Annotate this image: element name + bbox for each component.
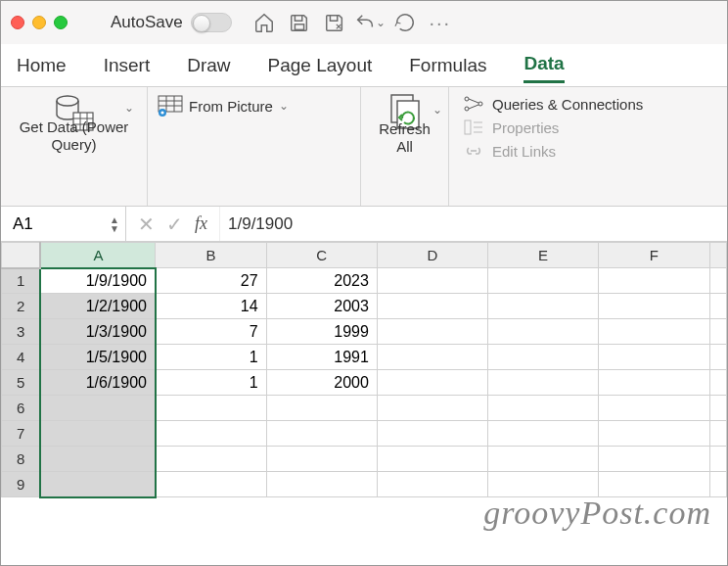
tab-draw[interactable]: Draw xyxy=(187,49,230,82)
properties-button: Properties xyxy=(463,118,643,136)
name-box-stepper[interactable]: ▲▼ xyxy=(110,215,119,233)
cell-B9[interactable] xyxy=(156,472,266,497)
cell-F7[interactable] xyxy=(598,421,709,447)
cell-C5[interactable]: 2000 xyxy=(266,370,377,396)
column-header-C[interactable]: C xyxy=(266,243,377,268)
cell-E1[interactable] xyxy=(487,268,598,294)
cell-F2[interactable] xyxy=(598,294,709,319)
cell-D4[interactable] xyxy=(377,345,487,370)
get-data-button[interactable]: ⌄ Get Data (Power Query) xyxy=(11,93,138,154)
autosave: AutoSave xyxy=(111,13,232,32)
minimize-window-button[interactable] xyxy=(32,16,46,29)
cell-F5[interactable] xyxy=(598,370,709,396)
cell-A6[interactable] xyxy=(40,396,156,421)
save-as-icon[interactable] xyxy=(324,12,345,33)
fx-icon[interactable]: fx xyxy=(195,213,207,234)
cell-F8[interactable] xyxy=(598,447,709,472)
column-header-B[interactable]: B xyxy=(156,243,266,268)
cell-A3[interactable]: 1/3/1900 xyxy=(40,319,156,345)
formula-value[interactable]: 1/9/1900 xyxy=(219,207,727,241)
svg-rect-19 xyxy=(465,120,471,134)
cell-E7[interactable] xyxy=(487,421,598,447)
from-picture-button[interactable]: From Picture ⌄ xyxy=(158,95,289,117)
accept-formula-icon[interactable]: ✓ xyxy=(166,212,183,236)
cell-E9[interactable] xyxy=(487,472,598,497)
cell-A8[interactable] xyxy=(40,447,156,472)
cell-D3[interactable] xyxy=(377,319,487,345)
cell-D1[interactable] xyxy=(377,268,487,294)
cell-E4[interactable] xyxy=(487,345,598,370)
queries-connections-button[interactable]: Queries & Connections xyxy=(463,95,643,113)
row-header-7[interactable]: 7 xyxy=(2,421,41,447)
select-all-corner[interactable] xyxy=(2,243,41,268)
undo-icon[interactable]: ⌄ xyxy=(359,12,381,33)
column-header-F[interactable]: F xyxy=(598,243,709,268)
cell-B6[interactable] xyxy=(156,396,266,421)
autosave-toggle[interactable] xyxy=(191,13,232,32)
cell-D5[interactable] xyxy=(377,370,487,396)
home-icon[interactable] xyxy=(253,12,275,33)
cell-B7[interactable] xyxy=(156,421,266,447)
tab-data[interactable]: Data xyxy=(523,47,564,83)
cell-B2[interactable]: 14 xyxy=(156,294,266,319)
cell-D8[interactable] xyxy=(377,447,487,472)
cell-E8[interactable] xyxy=(487,447,598,472)
cell-B8[interactable] xyxy=(156,447,266,472)
cell-A9[interactable] xyxy=(40,472,156,497)
row-header-3[interactable]: 3 xyxy=(2,319,41,345)
cell-B3[interactable]: 7 xyxy=(156,319,266,345)
refresh-all-button[interactable]: ⌄ Refresh All xyxy=(366,93,444,156)
tab-home[interactable]: Home xyxy=(17,49,67,82)
cell-E3[interactable] xyxy=(487,319,598,345)
tab-page-layout[interactable]: Page Layout xyxy=(268,49,373,82)
column-header-E[interactable]: E xyxy=(487,243,598,268)
cell-C7[interactable] xyxy=(266,421,377,447)
cell-B4[interactable]: 1 xyxy=(156,345,266,370)
cell-D6[interactable] xyxy=(377,396,487,421)
save-icon[interactable] xyxy=(289,12,310,33)
name-box[interactable]: A1 ▲▼ xyxy=(1,207,126,241)
row-header-4[interactable]: 4 xyxy=(2,345,41,370)
cell-E6[interactable] xyxy=(487,396,598,421)
zoom-window-button[interactable] xyxy=(54,16,68,29)
cell-B5[interactable]: 1 xyxy=(156,370,266,396)
cell-A7[interactable] xyxy=(40,421,156,447)
row-header-6[interactable]: 6 xyxy=(2,396,41,421)
cell-D2[interactable] xyxy=(377,294,487,319)
cell-C4[interactable]: 1991 xyxy=(266,345,377,370)
cell-F1[interactable] xyxy=(598,268,709,294)
row-header-5[interactable]: 5 xyxy=(2,370,41,396)
cell-C8[interactable] xyxy=(266,447,377,472)
close-window-button[interactable] xyxy=(11,16,24,29)
cell-A4[interactable]: 1/5/1900 xyxy=(40,345,156,370)
cancel-formula-icon[interactable]: ✕ xyxy=(138,212,155,236)
cell-C3[interactable]: 1999 xyxy=(266,319,377,345)
cell-F9[interactable] xyxy=(598,472,709,497)
redo-icon[interactable] xyxy=(394,12,416,33)
cell-F6[interactable] xyxy=(598,396,709,421)
cell-A1[interactable]: 1/9/1900 xyxy=(40,268,156,294)
cell-D9[interactable] xyxy=(377,472,487,497)
row-header-1[interactable]: 1 xyxy=(2,268,41,294)
more-icon[interactable]: ··· xyxy=(430,12,451,33)
cell-F4[interactable] xyxy=(598,345,709,370)
cell-A5[interactable]: 1/6/1900 xyxy=(40,370,156,396)
column-header-D[interactable]: D xyxy=(377,243,487,268)
cell-C1[interactable]: 2023 xyxy=(266,268,377,294)
column-header-A[interactable]: A xyxy=(40,243,156,268)
cell-E2[interactable] xyxy=(487,294,598,319)
tab-formulas[interactable]: Formulas xyxy=(409,49,486,82)
row-header-8[interactable]: 8 xyxy=(2,447,41,472)
row-header-2[interactable]: 2 xyxy=(2,294,41,319)
cell-C6[interactable] xyxy=(266,396,377,421)
cell-B1[interactable]: 27 xyxy=(156,268,266,294)
cell-E5[interactable] xyxy=(487,370,598,396)
row-header-9[interactable]: 9 xyxy=(2,472,41,497)
cell-C9[interactable] xyxy=(266,472,377,497)
cell-A2[interactable]: 1/2/1900 xyxy=(40,294,156,319)
cell-D7[interactable] xyxy=(377,421,487,447)
tab-insert[interactable]: Insert xyxy=(104,49,151,82)
worksheet-grid[interactable]: ABCDEF11/9/190027202321/2/190014200331/3… xyxy=(1,242,727,498)
cell-C2[interactable]: 2003 xyxy=(266,294,377,319)
cell-F3[interactable] xyxy=(598,319,709,345)
